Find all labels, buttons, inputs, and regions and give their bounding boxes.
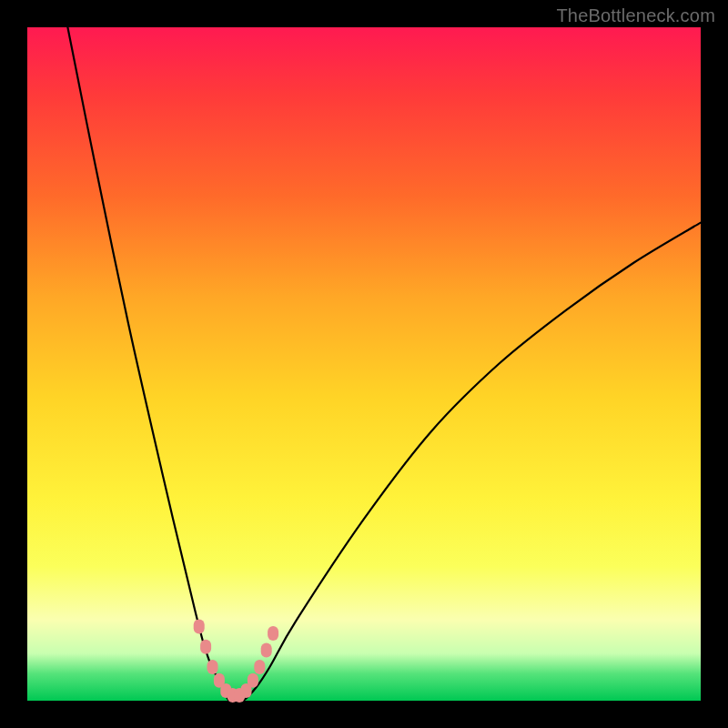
marker-dot [207, 660, 218, 674]
marker-dot [248, 673, 258, 688]
marker-dot [268, 626, 278, 641]
marker-dot [200, 640, 211, 654]
plot-area [27, 27, 701, 701]
chart-frame: TheBottleneck.com [0, 0, 728, 728]
bottleneck-curve [27, 27, 701, 701]
marker-dot [254, 660, 265, 674]
watermark-text: TheBottleneck.com [556, 5, 715, 26]
marker-dot [194, 620, 205, 634]
marker-dot [261, 643, 272, 658]
